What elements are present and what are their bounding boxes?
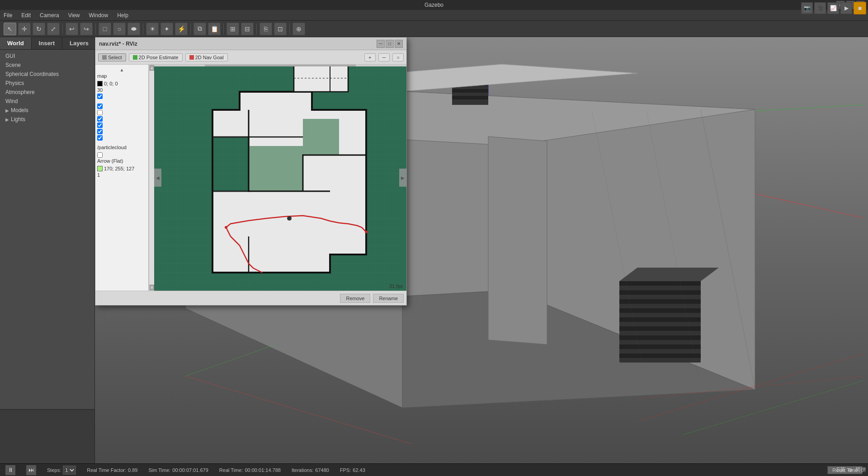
tool-redo[interactable]: ↪ [80,23,93,35]
arrow-num-label: 1 [97,172,100,178]
lights-label: Lights [11,116,25,123]
rviz-minimize[interactable]: ─ [377,40,385,48]
scroll-down-btn[interactable]: ▼ [150,285,154,290]
rtf-value: 0.89 [128,467,137,473]
tool-copy[interactable]: ⧉ [193,23,206,35]
rviz-check1[interactable] [97,93,146,99]
viewport[interactable]: nav.rviz* - RViz ─ □ ✕ Select 2D Pose Es… [95,37,868,463]
svg-rect-12 [619,281,701,286]
map-nav-left[interactable]: ◀ [154,169,161,187]
menu-camera[interactable]: Camera [38,11,61,19]
tab-world[interactable]: World [0,37,32,49]
menu-edit[interactable]: Edit [19,11,33,19]
rviz-particle-check[interactable] [97,152,146,158]
menu-file[interactable]: File [2,11,14,19]
tool-link2[interactable]: ⊡ [274,23,287,35]
tool-align[interactable]: ⊞ [226,23,239,35]
tool-undo[interactable]: ↩ [66,23,78,35]
rviz-pose-btn[interactable]: 2D Pose Estimate [129,53,183,61]
tool-snap[interactable]: ⊟ [241,23,254,35]
realtime-label: Real Time: [219,467,243,473]
rviz-map-color: 0; 0; 0 [97,80,146,87]
rviz-toolbar: Select 2D Pose Estimate 2D Nav Goal + ─ … [95,50,406,65]
rviz-check2[interactable] [97,103,146,109]
rviz-check6[interactable] [97,128,146,135]
rviz-check4[interactable] [97,116,146,122]
checkbox-1[interactable] [97,94,103,99]
screenshot-btn[interactable]: 📷 [801,2,813,14]
rviz-scrollbar[interactable]: ▲ ▼ [149,65,154,291]
map-nav-right[interactable]: ▶ [399,169,406,187]
menu-view[interactable]: View [66,11,82,19]
rviz-arrow-section: Arrow (Flat) [97,158,146,164]
tool-joints[interactable]: ⊕ [292,23,305,35]
tool-paste[interactable]: 📋 [208,23,221,35]
svg-rect-25 [452,89,488,93]
tree-item-spherical[interactable]: Spherical Coordinates [0,70,94,79]
svg-rect-17 [619,326,701,331]
simtime-value: 00:00:07:01.679 [172,467,208,473]
tool-sphere[interactable]: ○ [113,23,126,35]
record-btn[interactable]: 🎥 [814,2,826,14]
rviz-check7[interactable] [97,135,146,141]
tool-orange[interactable]: ■ [854,2,866,14]
tool-rotate[interactable]: ↻ [33,23,45,35]
tool-linelight[interactable]: ⚡ [175,23,188,35]
realtime-value: 00:00:01:14.788 [245,467,281,473]
fps-label: 31 fps [389,283,403,289]
divider1 [97,99,146,103]
tree-item-physics[interactable]: Physics [0,79,94,88]
title-bar: Gazebo ─ □ ✕ [0,0,868,10]
iterations-label: Iterations: [292,467,313,473]
video-btn[interactable]: ▶ [840,2,852,14]
tree-item-atmosphere[interactable]: Atmosphere [0,88,94,97]
step-button[interactable]: ⏭ [26,465,36,475]
rviz-titlebar: nav.rviz* - RViz ─ □ ✕ [95,38,406,50]
rviz-rename-btn[interactable]: Rename [373,294,404,303]
svg-rect-16 [619,317,701,322]
tabs: World Insert Layers [0,37,94,50]
tree-item-models[interactable]: ▶ Models [0,106,94,115]
tree-item-wind[interactable]: Wind [0,97,94,106]
bottom-right-icons: S英 ⊕ 简拼 [836,466,866,474]
tree-item-lights[interactable]: ▶ Lights [0,115,94,124]
rviz-zoom-in[interactable]: + [364,53,375,61]
svg-point-95 [287,216,292,221]
map-svg [154,65,406,291]
scroll-up-indicator[interactable]: ▲ [97,66,146,73]
tab-insert[interactable]: Insert [32,37,62,49]
tool-pointlight[interactable]: ✦ [160,23,173,35]
rviz-check5[interactable] [97,122,146,128]
tool-select[interactable]: ↖ [4,23,16,35]
tool-scale[interactable]: ⤢ [47,23,60,35]
scroll-up-btn[interactable]: ▲ [150,65,154,71]
sep3 [143,24,143,34]
menu-window[interactable]: Window [87,11,110,19]
chart-btn[interactable]: 📈 [827,2,839,14]
tree-item-scene[interactable]: Scene [0,61,94,70]
menu-bar: File Edit Camera View Window Help [0,10,868,21]
rviz-check3[interactable] [97,109,146,116]
tool-cylinder[interactable]: ⬬ [127,23,140,35]
pause-button[interactable]: ⏸ [5,465,15,475]
rviz-select-label: Select [108,55,122,60]
rviz-zoom-reset[interactable]: ○ [392,53,404,61]
tool-translate[interactable]: ✛ [18,23,31,35]
tab-layers[interactable]: Layers [62,37,96,49]
rviz-zoom-bar[interactable]: ─ [378,53,390,61]
rviz-select-btn[interactable]: Select [98,53,126,61]
sep2 [95,24,96,34]
tool-link1[interactable]: ⎘ [259,23,272,35]
rviz-map-view[interactable]: ◀ ▶ [154,65,406,291]
realtime-item: Real Time: 00:00:01:14.788 [219,467,281,473]
rviz-remove-btn[interactable]: Remove [340,294,370,303]
rviz-maximize[interactable]: □ [386,40,394,48]
menu-help[interactable]: Help [115,11,130,19]
tool-sun[interactable]: ☀ [146,23,159,35]
rviz-map-section: map [97,73,146,79]
rviz-nav-btn[interactable]: 2D Nav Goal [185,53,228,61]
tool-box[interactable]: □ [99,23,111,35]
steps-select[interactable]: 125 [63,466,76,475]
tree-item-gui[interactable]: GUI [0,52,94,61]
rviz-close[interactable]: ✕ [395,40,403,48]
